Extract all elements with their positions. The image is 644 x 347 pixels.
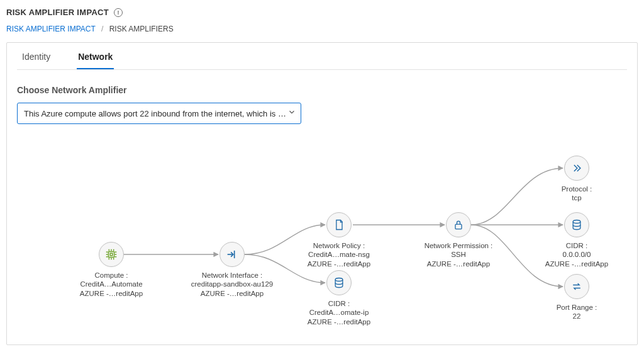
node-cidrip-line2: AZURE -…reditApp: [308, 317, 370, 326]
node-perm-line1: SSH: [451, 250, 466, 259]
node-protocol-line1: tcp: [572, 193, 581, 202]
breadcrumb-root[interactable]: RISK AMPLIFIER IMPACT: [6, 25, 96, 33]
graph-canvas: Compute : CreditA…Automate AZURE -…redit…: [17, 143, 627, 332]
breadcrumb: RISK AMPLIFIER IMPACT / RISK AMPLIFIERS: [6, 25, 638, 33]
svg-rect-1: [110, 253, 113, 256]
tab-identity[interactable]: Identity: [21, 52, 52, 69]
node-cidrip-line1: CreditA…omate-ip: [309, 308, 369, 317]
node-compute-line2: AZURE -…reditApp: [80, 289, 143, 298]
svg-rect-0: [108, 251, 114, 257]
page-title-text: RISK AMPLIFIER IMPACT: [6, 8, 109, 17]
amplifier-label: Choose Network Amplifier: [17, 85, 627, 95]
node-port-title: Port Range :: [557, 303, 597, 312]
node-cidr-ip[interactable]: CIDR : CreditA…omate-ip AZURE -…reditApp: [295, 270, 383, 326]
tabs: Identity Network: [17, 43, 627, 70]
node-nic-line2: AZURE -…reditApp: [201, 289, 264, 298]
node-network-permission[interactable]: Network Permission : SSH AZURE -…reditAp…: [414, 212, 502, 268]
database-icon: [326, 270, 352, 295]
amplifier-select-wrap: This Azure compute allows port 22 inboun…: [17, 103, 301, 124]
cpu-icon: [99, 242, 124, 267]
node-compute-line1: CreditA…Automate: [80, 280, 142, 288]
database-icon: [564, 212, 589, 237]
svg-rect-3: [455, 224, 462, 229]
swap-arrows-icon: [564, 274, 589, 299]
node-policy-line1: CreditA…mate-nsg: [308, 250, 370, 259]
document-icon: [326, 212, 352, 237]
tab-network[interactable]: Network: [77, 52, 114, 69]
lock-icon: [446, 212, 471, 237]
double-chevron-icon: [564, 156, 589, 181]
amplifier-select[interactable]: This Azure compute allows port 22 inboun…: [17, 103, 301, 124]
breadcrumb-separator: /: [97, 25, 107, 33]
breadcrumb-current: RISK AMPLIFIERS: [109, 25, 174, 33]
arrow-in-icon: [219, 242, 245, 267]
main-panel: Identity Network Choose Network Amplifie…: [6, 42, 638, 345]
node-port-range[interactable]: Port Range : 22: [533, 274, 621, 321]
svg-point-4: [573, 220, 580, 224]
node-cidrip-title: CIDR :: [328, 299, 350, 308]
page-title: RISK AMPLIFIER IMPACT !: [6, 8, 638, 17]
info-icon[interactable]: !: [114, 8, 123, 17]
node-cidr-any[interactable]: CIDR : 0.0.0.0/0 AZURE -…reditApp: [533, 212, 621, 268]
node-port-line1: 22: [573, 312, 581, 321]
node-policy-line2: AZURE -…reditApp: [308, 259, 370, 268]
node-cidrany-line2: AZURE -…reditApp: [545, 259, 608, 268]
node-perm-title: Network Permission :: [425, 241, 493, 250]
svg-point-2: [335, 278, 343, 282]
node-protocol[interactable]: Protocol : tcp: [533, 156, 621, 203]
node-compute-title: Compute :: [94, 271, 128, 280]
node-perm-line2: AZURE -…reditApp: [427, 259, 490, 268]
node-compute[interactable]: Compute : CreditA…Automate AZURE -…redit…: [67, 242, 155, 298]
node-cidrany-title: CIDR :: [566, 241, 588, 250]
node-protocol-title: Protocol :: [562, 185, 592, 193]
node-nic-line1: creditapp-sandbox-au129: [191, 280, 273, 288]
node-cidrany-line1: 0.0.0.0/0: [563, 250, 591, 259]
node-network-interface[interactable]: Network Interface : creditapp-sandbox-au…: [188, 242, 276, 298]
node-policy-title: Network Policy :: [313, 241, 365, 250]
node-nic-title: Network Interface :: [202, 271, 263, 280]
node-network-policy[interactable]: Network Policy : CreditA…mate-nsg AZURE …: [295, 212, 383, 268]
